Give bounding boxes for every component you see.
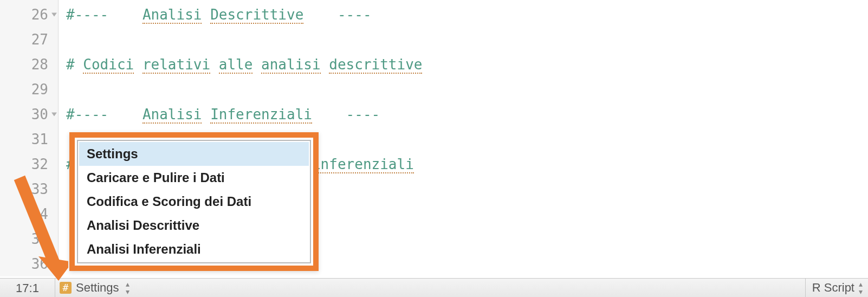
nav-item-caricare[interactable]: Caricare e Pulire i Dati bbox=[79, 166, 309, 190]
gutter-line[interactable]: 32 bbox=[0, 152, 58, 177]
code-line[interactable]: #---- Analisi Inferenziali ---- bbox=[66, 102, 868, 127]
code-line[interactable]: #---- Analisi Descrittive ---- bbox=[66, 2, 868, 27]
code-line[interactable] bbox=[66, 77, 868, 102]
stepper-icon: ▴▾ bbox=[126, 280, 129, 295]
cursor-position[interactable]: 17:1 bbox=[0, 279, 55, 297]
gutter-line[interactable]: 34 bbox=[0, 202, 58, 227]
nav-item-descrittive[interactable]: Analisi Descrittive bbox=[79, 214, 309, 237]
current-section-label: Settings bbox=[76, 281, 119, 295]
gutter-line[interactable]: 31 bbox=[0, 127, 58, 152]
gutter-line[interactable]: 36 bbox=[0, 251, 58, 276]
hash-icon: # bbox=[60, 282, 72, 294]
nav-item-inferenziali[interactable]: Analisi Inferenziali bbox=[79, 237, 309, 261]
section-navigator-popup: Settings Caricare e Pulire i Dati Codifi… bbox=[69, 132, 319, 271]
gutter-line[interactable]: 28 bbox=[0, 52, 58, 77]
gutter-line[interactable]: 33 bbox=[0, 177, 58, 202]
gutter-line[interactable]: 35 bbox=[0, 227, 58, 251]
stepper-icon: ▴▾ bbox=[859, 280, 863, 295]
gutter-line[interactable]: 27 bbox=[0, 27, 58, 52]
language-selector[interactable]: R Script ▴▾ bbox=[805, 279, 868, 297]
gutter-line[interactable]: 30 bbox=[0, 102, 58, 127]
nav-item-codifica[interactable]: Codifica e Scoring dei Dati bbox=[79, 190, 309, 214]
gutter-line[interactable]: 26 bbox=[0, 2, 58, 27]
code-line[interactable] bbox=[66, 27, 868, 52]
language-label: R Script bbox=[812, 281, 854, 295]
line-number-gutter: 26 27 28 29 30 31 32 33 34 35 36 bbox=[0, 0, 59, 276]
status-bar: 17:1 # Settings ▴▾ R Script ▴▾ bbox=[0, 278, 868, 297]
code-line[interactable]: # Codici relativi alle analisi descritti… bbox=[66, 52, 868, 77]
section-selector[interactable]: # Settings ▴▾ bbox=[55, 279, 129, 297]
nav-item-settings[interactable]: Settings bbox=[79, 142, 309, 166]
gutter-line[interactable]: 29 bbox=[0, 77, 58, 102]
